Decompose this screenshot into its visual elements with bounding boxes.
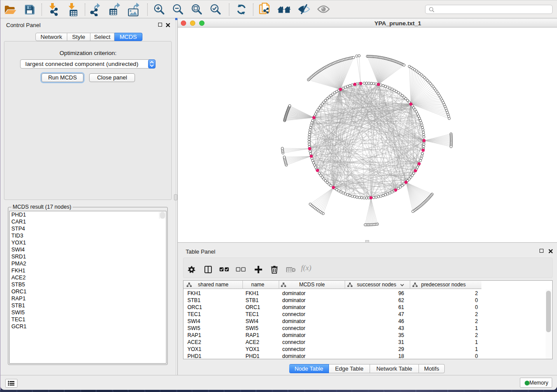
svg-text:f(x): f(x) bbox=[301, 264, 311, 272]
